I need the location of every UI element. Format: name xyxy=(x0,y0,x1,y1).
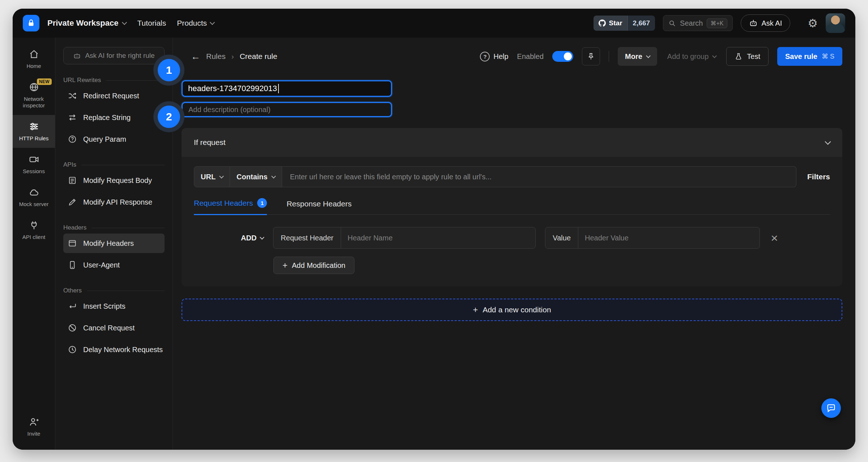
chevron-down-icon xyxy=(122,20,127,25)
editor-actions: ? Help Enabled More Add to group xyxy=(480,47,842,66)
request-headers-count-badge: 1 xyxy=(257,198,267,208)
section-others: Others Insert Scripts Cancel Request Del… xyxy=(63,287,165,359)
tab-request-headers[interactable]: Request Headers 1 xyxy=(194,198,267,215)
sidebar-item-invite[interactable]: Invite xyxy=(13,410,55,443)
app-body: Home NEW Network inspector HTTP Rules Se… xyxy=(13,38,855,450)
breadcrumb-rules[interactable]: Rules xyxy=(206,52,226,61)
annotation-step-2-number: 2 xyxy=(158,106,180,128)
new-badge: NEW xyxy=(37,78,52,85)
rule-type-modify-api-response[interactable]: Modify API Response xyxy=(63,192,165,212)
chevron-down-icon xyxy=(219,174,224,179)
home-icon xyxy=(29,49,39,60)
add-condition-button[interactable]: + Add a new condition xyxy=(182,299,842,321)
value-label: Value xyxy=(545,227,578,248)
workspace-selector[interactable]: Private Workspace xyxy=(47,18,126,28)
sidebar-item-home[interactable]: Home xyxy=(13,43,55,76)
rule-description-input[interactable] xyxy=(185,106,389,114)
sidebar-item-mock-server[interactable]: Mock server xyxy=(13,181,55,214)
enter-arrow-icon xyxy=(68,301,77,311)
sidebar-item-sessions[interactable]: Sessions xyxy=(13,148,55,181)
chevron-down-icon xyxy=(825,139,831,145)
text-cursor xyxy=(278,84,279,93)
url-pattern-input[interactable] xyxy=(282,166,796,187)
save-rule-button[interactable]: Save rule ⌘ S xyxy=(777,47,842,66)
menu-tutorials[interactable]: Tutorials xyxy=(137,19,166,27)
search-shortcut-badge: ⌘+K xyxy=(707,18,727,28)
sliders-icon xyxy=(29,121,39,132)
filters-button[interactable]: Filters xyxy=(807,172,830,181)
tab-response-headers[interactable]: Response Headers xyxy=(286,200,352,214)
section-title: Headers xyxy=(63,224,165,231)
test-button[interactable]: Test xyxy=(726,47,769,66)
gear-icon[interactable]: ⚙ xyxy=(808,18,818,29)
ask-ai-rule-button[interactable]: Ask AI for the right rule xyxy=(63,47,165,64)
add-to-group-button[interactable]: Add to group xyxy=(666,47,718,66)
condition-card-header[interactable]: If request xyxy=(182,128,842,157)
rule-type-replace-string[interactable]: Replace String xyxy=(63,108,165,127)
section-title: Others xyxy=(63,287,165,294)
device-icon xyxy=(68,260,77,270)
add-operation-select[interactable]: ADD xyxy=(241,234,264,242)
more-button[interactable]: More xyxy=(618,47,657,66)
clock-icon xyxy=(68,345,77,354)
github-star-count: 2,667 xyxy=(627,16,655,31)
header-name-input[interactable] xyxy=(341,227,535,248)
ask-ai-button[interactable]: Ask AI xyxy=(741,14,791,32)
sidebar-item-api-client[interactable]: API client xyxy=(13,214,55,247)
workspace-lock-icon[interactable] xyxy=(23,15,39,31)
topbar: Private Workspace Tutorials Products Sta… xyxy=(13,9,855,38)
video-camera-icon xyxy=(29,154,39,165)
pin-button[interactable] xyxy=(582,47,600,65)
chat-fab-button[interactable] xyxy=(821,398,841,418)
editor-header: ← Rules › Create rule ? Help Enabled xyxy=(182,47,842,66)
document-icon xyxy=(68,176,77,185)
plus-icon: + xyxy=(473,305,478,314)
user-plus-icon xyxy=(29,416,39,427)
chevron-down-icon xyxy=(210,20,215,25)
rule-type-query-param[interactable]: Query Param xyxy=(63,129,165,149)
chat-bubble-icon xyxy=(826,403,836,413)
rule-type-insert-scripts[interactable]: Insert Scripts xyxy=(63,296,165,316)
rule-type-redirect-request[interactable]: Redirect Request xyxy=(63,86,165,106)
rule-type-modify-headers[interactable]: Modify Headers xyxy=(63,234,165,253)
sidebar-item-http-rules[interactable]: HTTP Rules xyxy=(13,115,55,148)
avatar[interactable] xyxy=(826,13,845,33)
cloud-icon xyxy=(29,187,39,198)
section-apis: APIs Modify Request Body Modify API Resp… xyxy=(63,161,165,212)
robot-icon xyxy=(73,52,81,60)
rule-name-input[interactable]: headers-1734702992013 xyxy=(182,80,392,97)
rule-name-value: headers-1734702992013 xyxy=(188,84,277,93)
header-name-group: Request Header xyxy=(273,227,536,249)
chevron-down-icon xyxy=(271,174,276,179)
flask-icon xyxy=(735,52,743,60)
github-star-button[interactable]: Star 2,667 xyxy=(593,16,655,31)
rule-type-delay-network-requests[interactable]: Delay Network Requests xyxy=(63,340,165,359)
condition-card-body: URL Contains Filters Request Headers xyxy=(182,157,842,286)
rule-type-modify-request-body[interactable]: Modify Request Body xyxy=(63,171,165,190)
back-arrow-icon[interactable]: ← xyxy=(191,52,200,61)
annotation-step-2: 2 xyxy=(153,101,184,132)
sidebar-item-network-inspector[interactable]: NEW Network inspector xyxy=(13,76,55,115)
enabled-toggle[interactable] xyxy=(552,51,573,62)
question-circle-icon xyxy=(68,134,77,144)
enabled-label: Enabled xyxy=(517,52,544,61)
add-modification-button[interactable]: + Add Modification xyxy=(273,257,354,274)
robot-icon xyxy=(749,19,758,27)
headers-tabs: Request Headers 1 Response Headers xyxy=(194,198,830,215)
help-button[interactable]: ? Help xyxy=(480,52,508,61)
rule-type-user-agent[interactable]: User-Agent xyxy=(63,255,165,275)
search-placeholder: Search xyxy=(680,19,703,27)
remove-modification-icon[interactable]: × xyxy=(771,232,778,244)
search-input[interactable]: Search ⌘+K xyxy=(663,15,732,31)
source-key-select[interactable]: URL xyxy=(194,166,230,187)
url-condition-row: URL Contains Filters xyxy=(194,166,830,187)
breadcrumb-current: Create rule xyxy=(240,52,277,61)
header-value-input[interactable] xyxy=(578,227,760,248)
help-icon: ? xyxy=(480,52,490,61)
operator-select[interactable]: Contains xyxy=(230,166,282,187)
menu-products[interactable]: Products xyxy=(177,19,214,27)
plus-icon: + xyxy=(282,261,288,270)
rule-type-cancel-request[interactable]: Cancel Request xyxy=(63,318,165,338)
divider xyxy=(609,51,609,62)
sidebar-rail: Home NEW Network inspector HTTP Rules Se… xyxy=(13,38,55,450)
